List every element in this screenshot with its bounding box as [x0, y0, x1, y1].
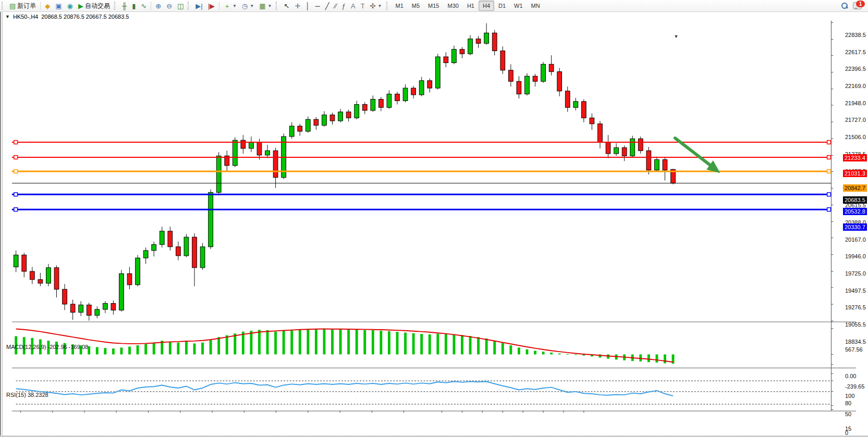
price-axis-tick-label: 19055.5 — [845, 321, 866, 328]
candle-4 — [46, 264, 51, 286]
chart-canvas[interactable] — [0, 12, 868, 435]
hline-20532.8[interactable] — [12, 193, 832, 196]
candle-body — [476, 39, 481, 44]
chart-shift-button[interactable]: ▶| — [193, 0, 205, 11]
signals-button[interactable]: ◉ — [65, 0, 76, 11]
hline-20330.7[interactable] — [12, 208, 832, 211]
macd-hist-bar — [607, 354, 609, 358]
timeframe-m30[interactable]: M30 — [443, 1, 462, 11]
timeframe-w1[interactable]: W1 — [510, 1, 527, 11]
timeframe-m5[interactable]: M5 — [408, 1, 424, 11]
candle-body — [606, 143, 610, 154]
hline-handle[interactable] — [827, 170, 831, 173]
hline-21233.4[interactable] — [12, 141, 832, 144]
macd-hist-bar — [404, 332, 407, 354]
hline-handle[interactable] — [14, 170, 18, 173]
hline-handle[interactable] — [14, 193, 18, 196]
arrows-tool-dropdown[interactable]: ✣▼ — [368, 0, 385, 11]
candle-body — [54, 268, 59, 289]
hline-handle[interactable] — [827, 208, 831, 211]
candle-body — [314, 119, 319, 125]
candle-body — [427, 81, 432, 88]
hline-20842.7[interactable] — [12, 170, 832, 173]
zoom-in-button[interactable]: ⊕ — [153, 0, 164, 11]
market-watch-button[interactable]: ◆ — [42, 0, 53, 11]
auto-scroll-icon: |▶ — [208, 3, 215, 9]
search-icon[interactable] — [841, 3, 848, 9]
candle-7 — [70, 299, 75, 320]
horizontal-line-tool[interactable]: ─ — [312, 0, 322, 11]
timeframe-mn[interactable]: MN — [527, 1, 544, 11]
candle-0 — [14, 251, 18, 272]
templates-dropdown[interactable]: ▦▼ — [256, 0, 274, 11]
zoom-in-icon: ⊕ — [155, 3, 161, 9]
crosshair-tool[interactable]: ✛ — [292, 0, 303, 11]
channel-tool[interactable]: ∕∕ — [332, 0, 339, 11]
auto-trading-icon: ▶ — [78, 3, 83, 9]
dropdown-arrow-icon: ▼ — [250, 4, 254, 8]
hline-handle[interactable] — [14, 156, 18, 159]
timeframe-h1[interactable]: H1 — [463, 1, 479, 11]
price-axis-tick-label: 22169.0 — [845, 83, 866, 89]
candle-body — [557, 72, 562, 91]
text-tool[interactable]: A — [348, 0, 358, 11]
data-window-button[interactable]: ▣ — [53, 0, 64, 11]
trend-arrow-annotation[interactable] — [675, 138, 720, 173]
candlestick-chart-button[interactable]: ▮ — [129, 0, 138, 11]
timeframe-m1[interactable]: M1 — [392, 1, 408, 11]
line-chart-button[interactable]: ∿ — [138, 0, 149, 11]
candle-body — [46, 268, 51, 283]
rsi-pane[interactable] — [16, 381, 832, 404]
timeframe-h4[interactable]: H4 — [479, 1, 494, 11]
hline-21031.3[interactable] — [12, 156, 832, 159]
new-order-button[interactable]: ▤新订单 — [7, 0, 39, 11]
auto-scroll-button[interactable]: |▶ — [205, 0, 217, 11]
trendline-tool[interactable]: ╱ — [323, 0, 332, 11]
candle-63 — [525, 73, 530, 95]
candle-body — [273, 151, 278, 178]
candle-body — [127, 273, 132, 284]
tile-windows-button[interactable]: ◫ — [175, 0, 186, 11]
candle-9 — [87, 303, 91, 320]
vertical-line-tool[interactable]: │ — [303, 0, 312, 11]
bar-chart-button[interactable]: ╫ — [119, 0, 129, 11]
candle-80 — [663, 157, 667, 180]
hline-handle[interactable] — [827, 156, 831, 159]
chart-window[interactable]: ▼ HK50-,H4 20868.5 20876.5 20667.5 20683… — [0, 12, 868, 435]
candle-16 — [143, 247, 148, 264]
text-icon: A — [351, 3, 356, 9]
macd-hist-bar — [550, 353, 553, 354]
periods-dropdown[interactable]: ◷▼ — [239, 0, 256, 11]
market-watch-icon: ◆ — [45, 3, 50, 9]
price-axis-tick-label: 18834.5 — [845, 339, 866, 345]
indicators-dropdown[interactable]: ＋▼ — [221, 0, 239, 11]
candle-body — [362, 105, 367, 110]
macd-hist-bar — [372, 330, 374, 354]
candle-39 — [330, 113, 335, 124]
candle-62 — [517, 76, 521, 98]
macd-pane[interactable] — [15, 329, 674, 364]
text-label-tool[interactable]: T — [358, 0, 368, 11]
hline-handle[interactable] — [827, 193, 831, 196]
timeframe-m15[interactable]: M15 — [424, 1, 443, 11]
candle-body — [614, 148, 619, 154]
signals-icon: ◉ — [67, 3, 73, 9]
price-axis-tick-label: 22838.5 — [845, 32, 866, 38]
price-tag-20330.7: 20330.7 — [843, 223, 867, 231]
hline-handle[interactable] — [14, 141, 18, 144]
macd-hist-bar — [436, 334, 439, 355]
auto-trading-button[interactable]: ▶自动交易 — [76, 0, 113, 11]
macd-hist-bar — [412, 333, 415, 355]
fibonacci-tool[interactable]: ƒ — [339, 0, 348, 11]
candle-41 — [346, 110, 351, 122]
candle-body — [411, 88, 416, 95]
hline-handle[interactable] — [827, 141, 831, 144]
zoom-out-button[interactable]: ⊖ — [164, 0, 175, 11]
cursor-tool[interactable]: ↖ — [281, 0, 292, 11]
candle-body — [549, 64, 554, 71]
candle-body — [468, 39, 473, 54]
timeframe-d1[interactable]: D1 — [494, 1, 510, 11]
candle-body — [192, 237, 197, 268]
candle-73 — [606, 135, 610, 158]
hline-handle[interactable] — [14, 208, 18, 211]
